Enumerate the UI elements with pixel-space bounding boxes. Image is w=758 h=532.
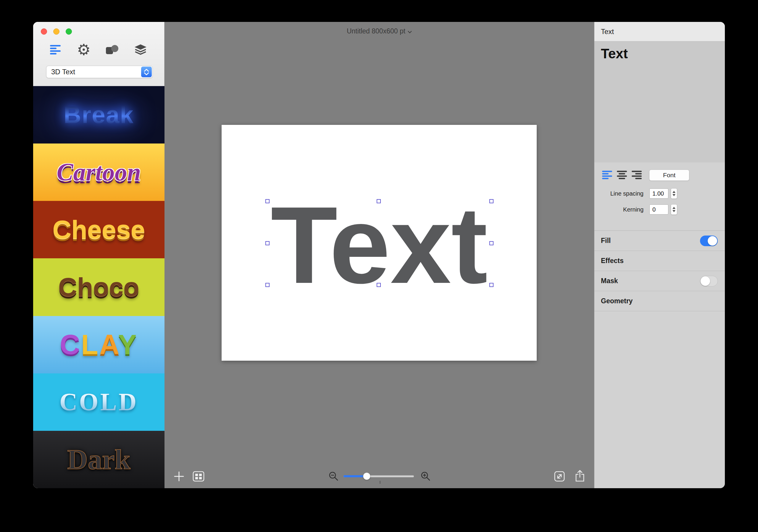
selection-handle[interactable] (265, 199, 269, 203)
line-spacing-stepper[interactable] (671, 188, 677, 199)
alignment-buttons (602, 171, 646, 180)
template-cartoon-label: Cartoon (57, 160, 141, 185)
fill-toggle[interactable] (700, 235, 718, 246)
template-break[interactable]: Break (33, 86, 164, 144)
kerning-input[interactable]: 0 (649, 204, 668, 215)
add-icon[interactable] (174, 471, 184, 482)
template-cold[interactable]: COLD (33, 373, 164, 431)
zoom-in-icon[interactable] (420, 471, 431, 482)
selection-handle[interactable] (377, 283, 381, 287)
template-dark-label: Dark (67, 445, 130, 474)
share-icon[interactable] (575, 470, 585, 482)
selection-handle[interactable] (489, 199, 494, 203)
style-category-dropdown[interactable]: 3D Text (46, 66, 153, 78)
traffic-lights (41, 28, 72, 35)
inspector-panel: Text Text (594, 22, 725, 488)
sidebar: ⚙ 3D Text (33, 22, 164, 488)
fill-section-label: Fill (601, 237, 611, 245)
minimize-button[interactable] (53, 28, 59, 35)
line-spacing-row: Line spacing 1.00 (594, 188, 725, 199)
kerning-label: Kerning (623, 203, 643, 215)
fullscreen-button[interactable] (66, 28, 72, 35)
section-fill[interactable]: Fill (594, 231, 725, 251)
section-mask[interactable]: Mask (594, 271, 725, 291)
template-cartoon[interactable]: Cartoon (33, 144, 164, 201)
template-choco-label: Choco (58, 274, 139, 300)
text-content-editor[interactable]: Text (594, 41, 725, 162)
selection-handle[interactable] (377, 199, 381, 203)
template-clay-label: CLAY (60, 331, 138, 359)
template-cold-label: COLD (59, 390, 138, 414)
template-break-label: Break (64, 103, 134, 127)
settings-gear-icon[interactable]: ⚙ (77, 43, 90, 57)
line-spacing-input[interactable]: 1.00 (649, 189, 668, 198)
pages-grid-icon[interactable] (192, 471, 204, 482)
selection-handle[interactable] (265, 283, 269, 287)
kerning-row: Kerning 0 (594, 203, 725, 215)
geometry-section-label: Geometry (601, 297, 633, 305)
zoom-slider-knob[interactable] (363, 473, 370, 480)
section-geometry[interactable]: Geometry (594, 291, 725, 311)
artboard[interactable]: Text (222, 125, 537, 361)
line-spacing-label: Line spacing (610, 188, 643, 199)
scale-icon[interactable] (554, 471, 565, 482)
section-effects[interactable]: Effects (594, 251, 725, 271)
canvas-area: Untitled 800x600 pt Text (164, 22, 594, 488)
style-category-value: 3D Text (47, 68, 141, 76)
align-center-icon[interactable] (617, 171, 628, 180)
template-cheese[interactable]: Cheese (33, 201, 164, 258)
zoom-out-icon[interactable] (328, 471, 339, 482)
align-left-icon[interactable] (602, 171, 613, 180)
template-clay[interactable]: CLAY (33, 316, 164, 373)
template-choco[interactable]: Choco (33, 258, 164, 316)
mask-toggle[interactable] (700, 276, 718, 286)
inspector-header: Text (594, 22, 725, 41)
title-chevron-icon (408, 27, 412, 35)
templates-list-icon[interactable] (49, 43, 62, 57)
font-button[interactable]: Font (649, 169, 689, 181)
zoom-slider-tick (380, 481, 380, 484)
document-title[interactable]: Untitled 800x600 pt (164, 27, 594, 35)
text-content-value: Text (601, 46, 628, 61)
dropdown-stepper-icon (141, 67, 152, 77)
app-window: ⚙ 3D Text (33, 22, 725, 488)
close-button[interactable] (41, 28, 47, 35)
effects-section-label: Effects (601, 257, 624, 265)
sidebar-header: ⚙ 3D Text (33, 22, 164, 86)
kerning-stepper[interactable] (671, 204, 677, 215)
template-list: Break Cartoon Cheese Choco CLAY COLD Dar… (33, 86, 164, 488)
selection-handle[interactable] (265, 241, 269, 245)
layers-icon[interactable] (134, 43, 147, 57)
template-cheese-label: Cheese (52, 217, 145, 243)
sidebar-toolbar: ⚙ (49, 41, 147, 58)
selection-handle[interactable] (489, 283, 494, 287)
shapes-icon[interactable] (105, 43, 119, 57)
mask-section-label: Mask (601, 277, 618, 285)
text-controls: Font Line spacing 1.00 Kerning 0 (594, 162, 725, 231)
template-dark[interactable]: Dark (33, 431, 164, 488)
inspector-tab-title: Text (601, 27, 614, 36)
align-right-icon[interactable] (632, 171, 642, 180)
zoom-slider[interactable] (343, 475, 414, 477)
selection-handle[interactable] (489, 241, 494, 245)
